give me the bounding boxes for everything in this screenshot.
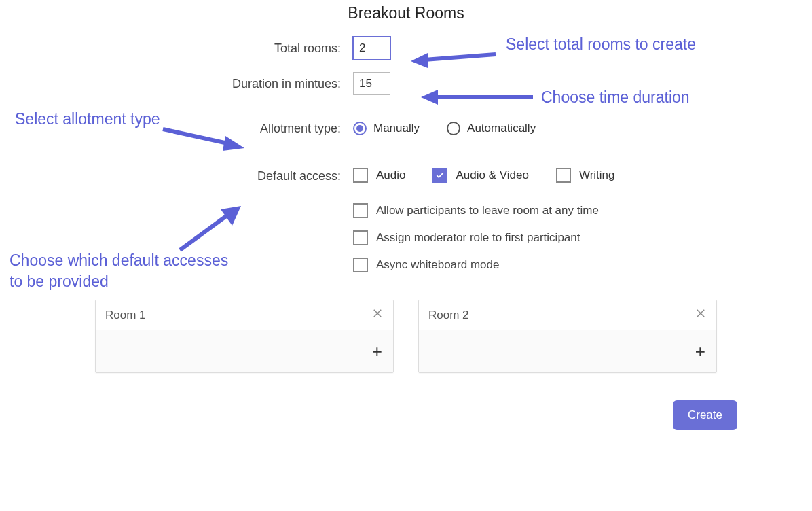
checkbox-label-audio-video: Audio & Video xyxy=(456,169,528,182)
checkbox-writing[interactable]: Writing xyxy=(556,168,615,183)
checkbox-icon xyxy=(556,168,571,183)
radio-automatically[interactable]: Automatically xyxy=(447,122,536,135)
radio-label-manually: Manually xyxy=(373,122,420,135)
label-default-access: Default access: xyxy=(0,168,353,183)
checkbox-label-writing: Writing xyxy=(579,169,615,182)
checkbox-leave-anytime[interactable]: Allow participants to leave room at any … xyxy=(353,203,599,218)
room-title: Room 2 xyxy=(428,309,469,322)
room-card-2: Room 2 + xyxy=(418,300,717,373)
close-room-button[interactable] xyxy=(371,307,384,323)
add-participant-button[interactable]: + xyxy=(695,342,705,360)
add-participant-button[interactable]: + xyxy=(372,342,382,360)
checkbox-audio[interactable]: Audio xyxy=(353,168,405,183)
page-title: Breakout Rooms xyxy=(0,0,812,22)
close-icon xyxy=(371,307,384,319)
radio-circle-icon xyxy=(447,122,460,135)
row-default-access: Default access: Audio Audio & Video xyxy=(0,168,812,272)
checkbox-checked-icon xyxy=(432,168,447,183)
checkbox-assign-moderator[interactable]: Assign moderator role to first participa… xyxy=(353,230,599,245)
checkbox-audio-video[interactable]: Audio & Video xyxy=(432,168,528,183)
row-total-rooms: Total rooms: xyxy=(0,36,812,60)
room-title: Room 1 xyxy=(105,309,146,322)
radio-label-automatically: Automatically xyxy=(467,122,536,135)
room-card-1: Room 1 + xyxy=(95,300,394,373)
create-button[interactable]: Create xyxy=(673,400,737,430)
checkbox-label-audio: Audio xyxy=(376,169,405,182)
checkbox-icon xyxy=(353,168,368,183)
label-allotment: Allotment type: xyxy=(0,122,353,136)
checkbox-label-whiteboard: Async whiteboard mode xyxy=(376,258,499,272)
close-icon xyxy=(695,307,707,319)
total-rooms-input[interactable] xyxy=(353,37,390,60)
radio-manually[interactable]: Manually xyxy=(353,122,420,135)
checkbox-label-moderator: Assign moderator role to first participa… xyxy=(376,231,580,245)
checkbox-icon xyxy=(353,230,368,245)
radio-dot-icon xyxy=(353,122,367,135)
close-room-button[interactable] xyxy=(695,307,707,323)
checkbox-icon xyxy=(353,258,368,272)
label-duration: Duration in mintues: xyxy=(0,77,353,91)
duration-input[interactable] xyxy=(353,72,390,95)
row-allotment: Allotment type: Manually Automatically xyxy=(0,116,812,141)
label-total-rooms: Total rooms: xyxy=(0,41,353,56)
checkbox-icon xyxy=(353,203,368,218)
checkbox-label-leave: Allow participants to leave room at any … xyxy=(376,204,599,217)
row-duration: Duration in mintues: xyxy=(0,71,812,96)
checkbox-async-whiteboard[interactable]: Async whiteboard mode xyxy=(353,258,599,272)
